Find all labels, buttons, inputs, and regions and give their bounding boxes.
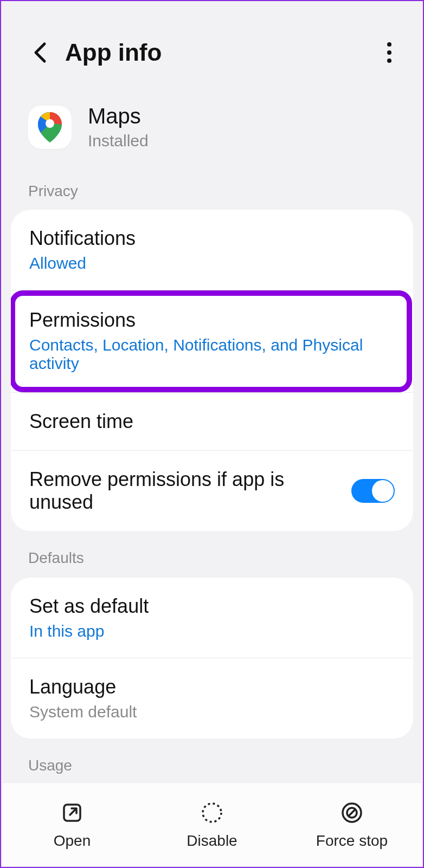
permissions-value: Contacts, Location, Notifications, and P… (29, 336, 393, 373)
open-button[interactable]: Open (3, 800, 141, 850)
svg-line-2 (70, 809, 76, 815)
dot-icon (387, 50, 391, 55)
page-title: App info (65, 39, 377, 66)
dot-icon (387, 59, 391, 63)
svg-line-6 (348, 809, 356, 817)
remove-permissions-title: Remove permissions if app is unused (29, 468, 311, 514)
disable-label: Disable (187, 832, 237, 850)
disable-button[interactable]: Disable (143, 800, 281, 850)
notifications-title: Notifications (29, 227, 395, 250)
set-as-default-title: Set as default (29, 595, 395, 618)
screen-time-row[interactable]: Screen time (11, 393, 413, 451)
dot-icon (387, 42, 391, 47)
remove-permissions-row[interactable]: Remove permissions if app is unused (11, 451, 413, 531)
app-name: Maps (88, 104, 149, 128)
defaults-card: Set as default In this app Language Syst… (11, 578, 413, 739)
force-stop-label: Force stop (316, 832, 388, 850)
screen-time-title: Screen time (29, 410, 395, 433)
app-icon (28, 106, 72, 149)
permissions-title: Permissions (29, 309, 393, 332)
set-as-default-value: In this app (29, 622, 395, 640)
notifications-value: Allowed (29, 254, 395, 273)
svg-point-3 (203, 804, 221, 822)
notifications-row[interactable]: Notifications Allowed (11, 210, 413, 290)
bottom-action-bar: Open Disable Force stop (2, 782, 422, 866)
language-value: System default (29, 703, 395, 721)
disable-dashed-circle-icon (201, 801, 223, 824)
language-row[interactable]: Language System default (11, 658, 413, 739)
remove-permissions-toggle[interactable] (351, 479, 395, 503)
svg-point-0 (46, 119, 54, 128)
section-header-usage: Usage (1, 739, 423, 785)
privacy-card: Notifications Allowed Permissions Contac… (11, 210, 413, 531)
open-external-icon (61, 801, 83, 824)
open-label: Open (54, 832, 91, 850)
set-as-default-row[interactable]: Set as default In this app (11, 578, 413, 658)
section-header-defaults: Defaults (1, 531, 423, 578)
app-header: Maps Installed (1, 88, 423, 172)
app-bar: App info (1, 1, 423, 88)
section-header-privacy: Privacy (1, 172, 423, 210)
force-stop-icon (341, 801, 363, 824)
permissions-row-container: Permissions Contacts, Location, Notifica… (11, 290, 413, 393)
app-install-status: Installed (88, 132, 149, 150)
overflow-menu-button[interactable] (377, 41, 401, 64)
back-button[interactable] (28, 41, 52, 64)
permissions-row[interactable]: Permissions Contacts, Location, Notifica… (11, 290, 412, 392)
force-stop-button[interactable]: Force stop (282, 800, 421, 850)
chevron-left-icon (33, 42, 48, 63)
google-maps-icon (36, 111, 63, 144)
language-title: Language (29, 676, 395, 698)
app-title-block: Maps Installed (88, 104, 149, 150)
